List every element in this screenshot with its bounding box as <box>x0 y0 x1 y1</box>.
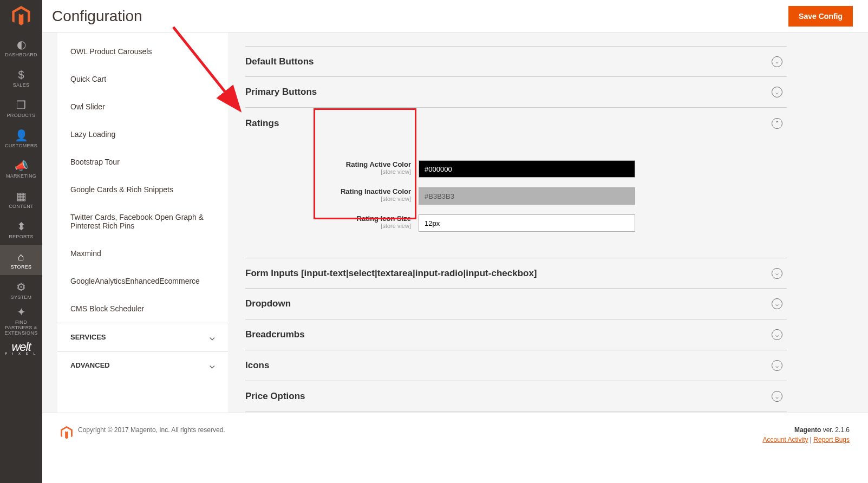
nav-system[interactable]: ⚙SYSTEM <box>0 275 42 305</box>
section-ratings[interactable]: Ratings ⌃ <box>245 108 787 139</box>
expand-icon[interactable]: ⌵ <box>772 391 782 402</box>
expand-icon[interactable]: ⌵ <box>772 268 782 279</box>
save-config-button[interactable]: Save Config <box>788 6 853 27</box>
content-panel: Default Buttons ⌵ Primary Buttons ⌵ Rati… <box>228 32 868 413</box>
sidebar-section-services[interactable]: SERVICES⌵ <box>57 323 228 351</box>
rating-active-color-input[interactable] <box>419 160 635 178</box>
field-label: Rating Icon Size <box>357 214 411 223</box>
section-default-buttons[interactable]: Default Buttons ⌵ <box>245 46 787 77</box>
page-title: Configuration <box>52 8 142 25</box>
sidebar-section-advanced[interactable]: ADVANCED⌵ <box>57 351 228 379</box>
nav-find-partners[interactable]: ✦FIND PARTNERS & EXTENSIONS <box>0 305 42 336</box>
expand-icon[interactable]: ⌵ <box>772 360 782 371</box>
field-rating-active-color: Rating Active Color [store view] <box>245 160 787 178</box>
field-label: Rating Active Color <box>346 160 411 168</box>
bars-icon: ⬍ <box>17 220 26 233</box>
nav-content[interactable]: ▦CONTENT <box>0 184 42 214</box>
sidebar-item-quick-cart[interactable]: Quick Cart <box>57 66 228 93</box>
sidebar-item-bootstrap-tour[interactable]: Bootstrap Tour <box>57 148 228 176</box>
config-sidebar: OWL Product Carousels Quick Cart Owl Sli… <box>57 32 228 413</box>
chevron-down-icon: ⌵ <box>210 332 215 342</box>
field-scope: [store view] <box>245 195 411 202</box>
section-price-options[interactable]: Price Options ⌵ <box>245 381 787 412</box>
footer-magento-label: Magento <box>794 426 821 434</box>
nav-marketing[interactable]: 📣MARKETING <box>0 154 42 184</box>
field-rating-icon-size: Rating Icon Size [store view] <box>245 214 787 232</box>
section-breadcrumbs[interactable]: Breadcrumbs ⌵ <box>245 319 787 350</box>
page-header: Configuration Save Config <box>42 0 868 32</box>
dollar-icon: $ <box>18 69 24 81</box>
main-area: OWL Product Carousels Quick Cart Owl Sli… <box>42 32 868 413</box>
collapse-icon[interactable]: ⌃ <box>772 118 782 129</box>
report-bugs-link[interactable]: Report Bugs <box>813 436 850 443</box>
sidebar-item-maxmind[interactable]: Maxmind <box>57 240 228 267</box>
sidebar-item-ga-enhanced[interactable]: GoogleAnalyticsEnhancedEcommerce <box>57 267 228 295</box>
section-primary-buttons[interactable]: Primary Buttons ⌵ <box>245 77 787 108</box>
sidebar-item-twitter-cards[interactable]: Twitter Cards, Facebook Open Graph & Pin… <box>57 204 228 240</box>
sidebar-item-google-cards[interactable]: Google Cards & Rich Snippets <box>57 176 228 204</box>
puzzle-icon: ✦ <box>17 305 26 318</box>
admin-nav: ◐DASHBOARD $SALES ❒PRODUCTS 👤CUSTOMERS 📣… <box>0 0 42 483</box>
nav-reports[interactable]: ⬍REPORTS <box>0 214 42 245</box>
section-form-inputs[interactable]: Form Inputs [input-text|select|textarea|… <box>245 258 787 289</box>
gauge-icon: ◐ <box>17 38 26 51</box>
rating-icon-size-input[interactable] <box>419 214 635 232</box>
cube-icon: ❒ <box>16 99 26 112</box>
megaphone-icon: 📣 <box>15 159 28 172</box>
field-scope: [store view] <box>245 168 411 175</box>
expand-icon[interactable]: ⌵ <box>772 298 782 309</box>
nav-customers[interactable]: 👤CUSTOMERS <box>0 123 42 154</box>
rating-inactive-color-input[interactable] <box>419 187 635 205</box>
weltpixel-logo[interactable]: weltP I X E L <box>0 340 42 355</box>
magento-logo-icon[interactable] <box>0 0 42 32</box>
nav-stores[interactable]: ⌂STORES <box>0 245 42 275</box>
ratings-panel: Rating Active Color [store view] Rating … <box>245 139 787 258</box>
chevron-down-icon: ⌵ <box>210 360 215 370</box>
expand-icon[interactable]: ⌵ <box>772 87 782 97</box>
footer-version: ver. 2.1.6 <box>821 426 850 434</box>
layout-icon: ▦ <box>16 190 27 203</box>
field-label: Rating Inactive Color <box>341 187 411 195</box>
nav-sales[interactable]: $SALES <box>0 63 42 93</box>
sidebar-item-owl-product[interactable]: OWL Product Carousels <box>57 38 228 66</box>
section-icons[interactable]: Icons ⌵ <box>245 350 787 381</box>
nav-products[interactable]: ❒PRODUCTS <box>0 93 42 123</box>
footer-copyright: Copyright © 2017 Magento, Inc. All right… <box>78 426 225 434</box>
account-activity-link[interactable]: Account Activity <box>762 436 808 443</box>
section-dropdown[interactable]: Dropdown ⌵ <box>245 289 787 319</box>
footer-magento-logo-icon <box>61 426 73 441</box>
sidebar-item-cms-block[interactable]: CMS Block Scheduler <box>57 295 228 323</box>
sidebar-item-owl-slider[interactable]: Owl Slider <box>57 93 228 121</box>
sidebar-item-lazy-loading[interactable]: Lazy Loading <box>57 121 228 148</box>
footer: Copyright © 2017 Magento, Inc. All right… <box>42 413 868 483</box>
expand-icon[interactable]: ⌵ <box>772 329 782 340</box>
field-rating-inactive-color: Rating Inactive Color [store view] <box>245 187 787 205</box>
store-icon: ⌂ <box>18 251 24 263</box>
gear-icon: ⚙ <box>16 280 26 293</box>
person-icon: 👤 <box>15 129 28 142</box>
field-scope: [store view] <box>245 223 411 229</box>
nav-dashboard[interactable]: ◐DASHBOARD <box>0 32 42 63</box>
expand-icon[interactable]: ⌵ <box>772 56 782 67</box>
